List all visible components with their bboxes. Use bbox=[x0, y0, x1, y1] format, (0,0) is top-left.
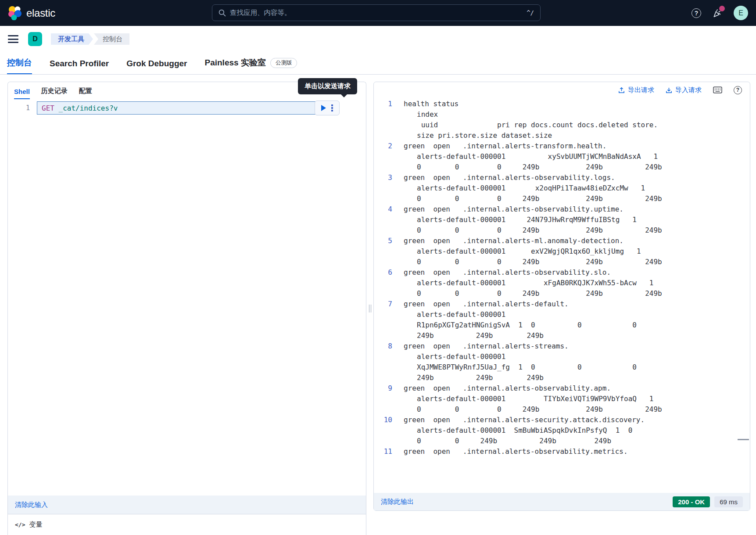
request-options-icon[interactable] bbox=[331, 104, 333, 111]
output-row: 0 0 0 249b 249b 249b bbox=[374, 225, 750, 236]
output-row: 11green open .internal.alerts-observabil… bbox=[374, 446, 750, 457]
output-text: alerts-default-000001 bbox=[404, 352, 505, 362]
tab-2[interactable]: Grok Debugger bbox=[126, 59, 187, 74]
breadcrumb-console: 控制台 bbox=[94, 33, 129, 45]
output-text: green open .internal.alerts-observabilit… bbox=[404, 267, 611, 278]
output-row: 249b 249b 249b bbox=[374, 330, 750, 341]
output-row: 0 0 0 249b 249b 249b bbox=[374, 288, 750, 299]
tab-3[interactable]: Painless 实验室公测版 bbox=[204, 57, 297, 74]
output-line-number bbox=[374, 436, 392, 446]
output-row: 4green open .internal.alerts-observabili… bbox=[374, 204, 750, 215]
output-line-number: 4 bbox=[374, 204, 392, 215]
request-editor-panel: Shell历史记录配置 1 GET _cat/indices?v 单击以发送请求… bbox=[7, 82, 366, 535]
export-icon bbox=[618, 87, 625, 93]
output-line-number bbox=[374, 225, 392, 236]
request-line[interactable]: 1 GET _cat/indices?v bbox=[8, 101, 366, 115]
output-row: 0 0 0 249b 249b 249b bbox=[374, 194, 750, 204]
output-text: 0 0 249b 249b 249b bbox=[404, 436, 611, 446]
response-output[interactable]: 1health statusindex uuid pri rep docs.co… bbox=[374, 97, 750, 493]
output-text: green open .internal.alerts-security.att… bbox=[404, 415, 645, 425]
breadcrumb-dev-tools[interactable]: 开发工具 bbox=[51, 33, 93, 45]
split-resizer[interactable] bbox=[366, 82, 373, 535]
send-request-button[interactable] bbox=[321, 105, 326, 111]
output-line-number: 11 bbox=[374, 446, 392, 457]
export-requests-button[interactable]: 导出请求 bbox=[618, 86, 654, 94]
search-placeholder: 查找应用、内容等。 bbox=[230, 8, 523, 18]
output-line-number: 5 bbox=[374, 236, 392, 246]
output-row: 6green open .internal.alerts-observabili… bbox=[374, 267, 750, 278]
console-help-icon[interactable]: ? bbox=[734, 86, 742, 94]
output-row: alerts-default-000001 SmBuWbiASpqkDvkInP… bbox=[374, 425, 750, 436]
import-requests-button[interactable]: 导入请求 bbox=[666, 86, 702, 94]
status-badge: 200 - OK bbox=[673, 496, 710, 507]
output-text: alerts-default-000001 24N79JHwRrqM9WffuI… bbox=[404, 215, 637, 225]
scrollbar-thumb[interactable] bbox=[738, 439, 749, 440]
output-line-number bbox=[374, 151, 392, 162]
request-text[interactable]: GET _cat/indices?v bbox=[37, 101, 339, 115]
output-text: index bbox=[404, 109, 438, 120]
send-request-tooltip: 单击以发送请求 bbox=[298, 78, 357, 94]
request-method: GET bbox=[42, 104, 54, 112]
output-row: alerts-default-000001 exV2WgjQR1qx6O_kkl… bbox=[374, 246, 750, 257]
output-row: 8green open .internal.alerts-streams. bbox=[374, 341, 750, 352]
output-row: alerts-default-000001 24N79JHwRrqM9WffuI… bbox=[374, 215, 750, 225]
variables-label: 变量 bbox=[29, 521, 42, 529]
output-line-number bbox=[374, 320, 392, 330]
elastic-logo-icon bbox=[8, 6, 22, 20]
output-text: uuid pri rep docs.count docs.deleted sto… bbox=[404, 120, 658, 130]
output-line-number: 1 bbox=[374, 99, 392, 109]
output-line-number bbox=[374, 183, 392, 194]
output-footer: 清除此输出 200 - OK 69 ms bbox=[374, 493, 750, 510]
notification-dot bbox=[719, 6, 725, 11]
export-label: 导出请求 bbox=[628, 86, 654, 94]
output-row: 7green open .internal.alerts-default. bbox=[374, 299, 750, 309]
output-text: green open .internal.alerts-streams. bbox=[404, 341, 569, 352]
clear-input-link[interactable]: 清除此输入 bbox=[15, 501, 48, 509]
output-row: alerts-default-000001 x2oqHPi1Taaw48ieDZ… bbox=[374, 183, 750, 194]
output-line-number: 6 bbox=[374, 267, 392, 278]
output-text: 249b 249b 249b bbox=[404, 330, 544, 341]
tab-0[interactable]: 控制台 bbox=[7, 57, 32, 74]
output-text: size pri.store.size dataset.size bbox=[404, 130, 552, 141]
editor-tab-2[interactable]: 配置 bbox=[79, 87, 92, 99]
resizer-handle-icon bbox=[369, 305, 371, 312]
output-line-number bbox=[374, 278, 392, 288]
response-time-badge: 69 ms bbox=[714, 496, 743, 507]
output-text: green open .internal.alerts-observabilit… bbox=[404, 383, 611, 394]
output-text: 249b 249b 249b bbox=[404, 373, 544, 383]
clear-output-link[interactable]: 清除此输出 bbox=[381, 498, 414, 506]
output-row: 10green open .internal.alerts-security.a… bbox=[374, 415, 750, 425]
help-icon[interactable]: ? bbox=[692, 8, 701, 18]
output-text: R1pn6pXGTg2atHNGnigSvA 1 0 0 0 bbox=[404, 320, 637, 330]
user-avatar[interactable]: E bbox=[734, 6, 748, 20]
request-editor[interactable]: 1 GET _cat/indices?v 单击以发送请求 bbox=[8, 99, 366, 496]
editor-tab-0[interactable]: Shell bbox=[14, 88, 30, 99]
variables-bar[interactable]: </> 变量 bbox=[8, 514, 366, 535]
editor-tab-1[interactable]: 历史记录 bbox=[41, 87, 68, 99]
output-row: XqJMWE8PTWyRnfJ5UaJ_fg 1 0 0 0 bbox=[374, 362, 750, 373]
output-row: 0 0 0 249b 249b 249b bbox=[374, 404, 750, 415]
keyboard-shortcuts-icon[interactable] bbox=[713, 86, 722, 93]
output-text: 0 0 0 249b 249b 249b bbox=[404, 194, 662, 204]
breadcrumb: 开发工具 控制台 bbox=[51, 33, 129, 45]
newsfeed-button[interactable] bbox=[712, 7, 723, 19]
output-line-number bbox=[374, 425, 392, 436]
output-text: green open .internal.alerts-ml.anomaly-d… bbox=[404, 236, 623, 246]
output-text: health status bbox=[404, 99, 459, 109]
output-text: green open .internal.alerts-observabilit… bbox=[404, 446, 628, 457]
output-text: 0 0 0 249b 249b 249b bbox=[404, 257, 662, 267]
global-search-input[interactable]: 查找应用、内容等。 ^/ bbox=[212, 4, 541, 21]
output-line-number bbox=[374, 257, 392, 267]
editor-footer: 清除此输入 bbox=[8, 496, 366, 514]
menu-hamburger-icon[interactable] bbox=[8, 35, 18, 43]
output-row: R1pn6pXGTg2atHNGnigSvA 1 0 0 0 bbox=[374, 320, 750, 330]
output-text: 0 0 0 249b 249b 249b bbox=[404, 225, 662, 236]
output-row: 3green open .internal.alerts-observabili… bbox=[374, 172, 750, 183]
output-line-number bbox=[374, 109, 392, 120]
output-row: alerts-default-000001 bbox=[374, 309, 750, 320]
elastic-brand[interactable]: elastic bbox=[8, 6, 55, 20]
space-badge[interactable]: D bbox=[28, 32, 42, 46]
output-text: 0 0 0 249b 249b 249b bbox=[404, 404, 662, 415]
output-line-number: 2 bbox=[374, 141, 392, 151]
tab-1[interactable]: Search Profiler bbox=[50, 59, 109, 74]
